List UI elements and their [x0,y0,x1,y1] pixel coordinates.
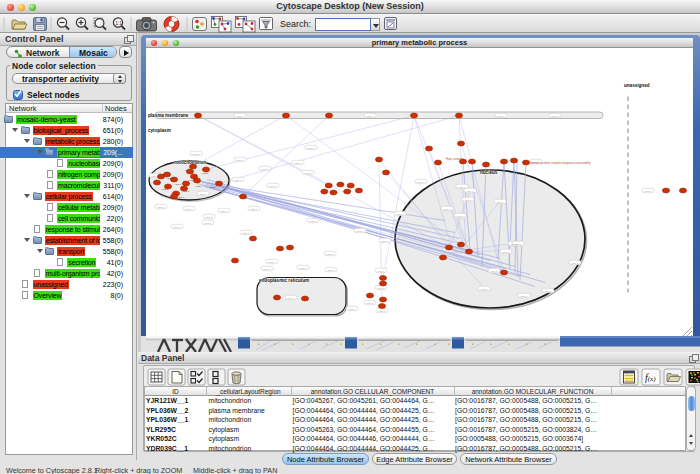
svg-text:Abc1 p: Abc1 p [250,207,258,210]
svg-text:Abc1 p: Abc1 p [378,309,386,312]
svg-text:Abc1 p: Abc1 p [268,260,276,263]
svg-text:endoplasmic reticulum: endoplasmic reticulum [259,277,309,282]
svg-text:Abc1 p: Abc1 p [205,215,213,218]
svg-text:Abc1 p: Abc1 p [644,189,652,192]
svg-text:Abc1 p: Abc1 p [327,268,335,271]
svg-text:Atp2 p: Atp2 p [209,185,217,188]
svg-text:Abc1 p: Abc1 p [307,146,315,149]
svg-text:Abc1 p: Abc1 p [366,301,374,304]
svg-text:Abc1 p: Abc1 p [464,198,472,201]
svg-text:Abc1 p: Abc1 p [480,287,488,290]
svg-text:Abc1 p: Abc1 p [377,269,385,272]
svg-text:unassigned: unassigned [624,82,650,87]
svg-text:Abc1 p: Abc1 p [514,242,522,245]
svg-text:Abc1 p: Abc1 p [551,114,559,117]
svg-text:Abc1 p: Abc1 p [242,231,250,234]
svg-text:Abc1 p: Abc1 p [326,252,334,255]
svg-text:Abc1 p: Abc1 p [199,192,207,195]
svg-text:Abc1 p: Abc1 p [287,296,295,299]
svg-text:Abc1 p: Abc1 p [417,180,425,183]
svg-text:Abc1 p: Abc1 p [396,212,404,215]
svg-text:Abc1 p: Abc1 p [366,114,374,117]
svg-text:Abc1 p: Abc1 p [377,286,385,289]
svg-text:nucleus: nucleus [480,169,498,174]
svg-text:Abc1 p: Abc1 p [269,184,277,187]
svg-text:Abc1 p: Abc1 p [443,207,451,210]
svg-text:Abc1 p: Abc1 p [236,158,244,161]
svg-text:Abc1 p: Abc1 p [261,167,269,170]
svg-text:Abc1 p: Abc1 p [544,289,552,292]
svg-text:cytoplasm: cytoplasm [148,127,171,132]
svg-text:Abc1 p: Abc1 p [458,185,466,188]
svg-text:Abc1 p: Abc1 p [309,219,317,222]
svg-text:Abc1 p: Abc1 p [299,266,307,269]
svg-text:Abc1 p: Abc1 p [304,171,312,174]
svg-text:Abc1 p: Abc1 p [456,214,464,217]
svg-text:1:1: 1:1 [115,20,122,26]
svg-text:Abc1 p: Abc1 p [220,209,228,212]
svg-text:Abc1 p: Abc1 p [234,178,242,181]
svg-text:Abc1 p: Abc1 p [571,261,579,264]
svg-text:Atp2 p: Atp2 p [177,195,185,198]
svg-text:Abc1 p: Abc1 p [502,250,510,253]
svg-text:mitochondrion: mitochondrion [174,160,206,165]
svg-text:Abc1 p: Abc1 p [520,294,528,297]
svg-text:Abc1 p: Abc1 p [185,207,193,210]
svg-text:Abc1 p: Abc1 p [497,114,505,117]
svg-text:Abc1 p: Abc1 p [490,269,498,272]
svg-text:Abc1 p: Abc1 p [348,307,356,310]
svg-text:Abc1 p: Abc1 p [294,161,302,164]
svg-text:Abc1 p: Abc1 p [466,189,474,192]
svg-text:Atp2 p: Atp2 p [174,182,182,185]
svg-text:plasma membrane: plasma membrane [148,112,189,117]
svg-text:Abc1 p: Abc1 p [381,239,389,242]
svg-text:Abc1 p: Abc1 p [496,200,504,203]
svg-text:Abc1 p: Abc1 p [356,229,364,232]
svg-text:Atp2 p: Atp2 p [195,184,203,187]
svg-text:Abc1 p: Abc1 p [204,221,212,224]
svg-text:Abc1 p: Abc1 p [157,205,165,208]
svg-text:Abc1 p: Abc1 p [236,114,244,117]
svg-text:interact-protein complex bioge: interact-protein complex biogenesis/asse… [530,160,591,164]
svg-text:Abc1 p: Abc1 p [192,152,200,155]
svg-text:Abc1 p: Abc1 p [173,225,181,228]
svg-text:Abc1 p: Abc1 p [263,267,271,270]
